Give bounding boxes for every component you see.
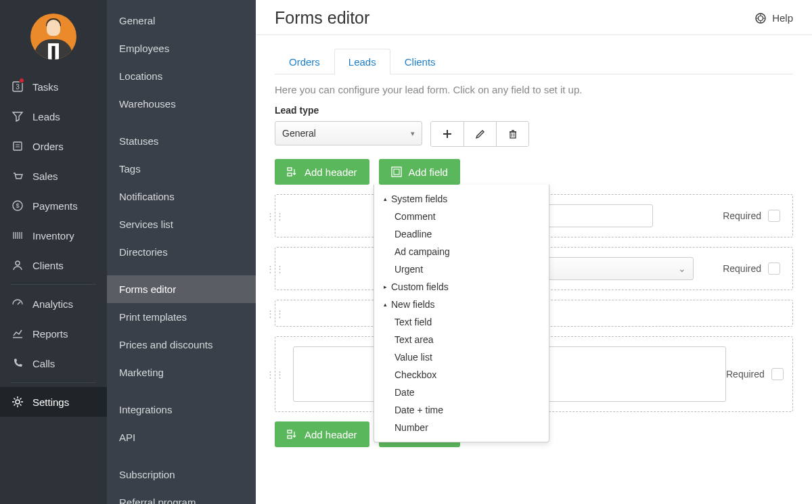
dd-item-text-area[interactable]: Text area — [374, 331, 549, 348]
nav2-item-general[interactable]: General — [107, 7, 256, 35]
dd-item-checkbox[interactable]: Checkbox — [374, 366, 549, 384]
nav2-item-integrations[interactable]: Integrations — [107, 396, 256, 423]
tabs: Orders Leads Clients — [275, 49, 793, 74]
nav-item-orders[interactable]: Orders — [0, 131, 107, 161]
lead-type-select[interactable]: General ▾ — [275, 121, 422, 145]
dd-item-urgent[interactable]: Urgent — [374, 260, 549, 278]
drag-handle-icon[interactable]: ⋮⋮ — [266, 369, 285, 380]
svg-text:3: 3 — [16, 83, 20, 91]
nav-label: Analytics — [32, 298, 73, 310]
add-header-button[interactable]: Add header — [275, 159, 369, 185]
lead-type-label: Lead type — [275, 105, 793, 116]
svg-rect-29 — [288, 168, 292, 170]
nav-label: Sales — [32, 170, 58, 182]
svg-rect-2 — [14, 142, 22, 150]
nav-label: Reports — [32, 328, 68, 340]
nav2-item-marketing[interactable]: Marketing — [107, 359, 256, 386]
nav2-item-services-list[interactable]: Services list — [107, 210, 256, 238]
add-header-button-bottom[interactable]: Add header — [275, 421, 369, 447]
triangle-down-icon: ▴ — [384, 196, 387, 202]
payments-icon: $ — [11, 200, 24, 212]
nav-item-tasks[interactable]: 3 Tasks — [0, 72, 107, 101]
settings-icon — [11, 396, 24, 408]
nav-item-leads[interactable]: Leads — [0, 101, 107, 131]
analytics-icon — [11, 298, 24, 310]
nav-item-clients[interactable]: Clients — [0, 250, 107, 280]
nav2-item-warehouses[interactable]: Warehouses — [107, 90, 256, 118]
nav-item-settings[interactable]: Settings — [0, 387, 107, 417]
svg-point-15 — [16, 400, 20, 404]
dd-item-comment[interactable]: Comment — [374, 208, 549, 225]
dd-item-ad-campaing[interactable]: Ad campaing — [374, 243, 549, 260]
required-checkbox[interactable] — [768, 210, 780, 222]
add-field-icon — [391, 166, 402, 177]
add-header-icon — [287, 166, 298, 177]
nav2-item-locations[interactable]: Locations — [107, 62, 256, 90]
delete-lead-type-button[interactable] — [496, 122, 528, 146]
add-lead-type-button[interactable] — [431, 122, 464, 146]
nav2-item-subscription[interactable]: Subscription — [107, 461, 256, 488]
nav2-item-employees[interactable]: Employees — [107, 35, 256, 62]
dd-item-deadline[interactable]: Deadline — [374, 225, 549, 243]
dd-item-value-list[interactable]: Value list — [374, 348, 549, 366]
nav2-item-forms-editor[interactable]: Forms editor — [107, 275, 256, 303]
svg-rect-33 — [394, 169, 399, 175]
nav2-item-print-templates[interactable]: Print templates — [107, 303, 256, 331]
help-label: Help — [772, 12, 793, 24]
tab-leads[interactable]: Leads — [334, 49, 390, 74]
nav-item-calls[interactable]: Calls — [0, 348, 107, 378]
required-label: Required — [726, 369, 765, 380]
nav-label: Calls — [32, 358, 55, 369]
leads-icon — [11, 110, 24, 122]
required-checkbox[interactable] — [768, 262, 780, 275]
nav-label: Payments — [32, 200, 78, 212]
nav2-item-referral-program[interactable]: Referral program — [107, 488, 256, 504]
nav-item-reports[interactable]: Reports — [0, 319, 107, 348]
avatar[interactable] — [30, 14, 76, 60]
svg-point-17 — [759, 16, 763, 20]
nav-label: Orders — [32, 141, 64, 152]
badge-dot — [19, 78, 24, 83]
svg-point-12 — [16, 261, 20, 265]
drag-handle-icon[interactable]: ⋮⋮ — [266, 308, 285, 319]
required-checkbox[interactable] — [771, 368, 784, 380]
tab-clients[interactable]: Clients — [390, 49, 450, 74]
sales-icon — [11, 170, 24, 182]
add-field-button[interactable]: Add field — [379, 159, 460, 185]
triangle-down-icon: ▴ — [384, 301, 387, 308]
svg-rect-35 — [288, 436, 292, 438]
chevron-down-icon: ⌄ — [678, 263, 686, 274]
dd-item-number[interactable]: Number — [374, 419, 549, 436]
lead-type-actions — [430, 121, 529, 147]
nav-label: Tasks — [32, 81, 58, 93]
nav-item-inventory[interactable]: Inventory — [0, 221, 107, 250]
dd-item-date-time[interactable]: Date + time — [374, 401, 549, 419]
nav-label: Settings — [32, 396, 69, 408]
page-title: Forms editor — [275, 8, 369, 28]
nav2-item-api[interactable]: API — [107, 423, 256, 451]
avatar-wrap — [0, 8, 107, 72]
dd-group-new-fields[interactable]: ▴New fields — [374, 296, 549, 313]
nav-item-sales[interactable]: Sales — [0, 161, 107, 191]
dd-item-text-field[interactable]: Text field — [374, 313, 549, 331]
nav2-item-notifications[interactable]: Notifications — [107, 183, 256, 210]
dd-group-system-fields[interactable]: ▴System fields — [374, 190, 549, 208]
nav-item-analytics[interactable]: Analytics — [0, 289, 107, 319]
nav2-item-statuses[interactable]: Statuses — [107, 127, 256, 155]
chevron-down-icon: ▾ — [411, 129, 415, 138]
tab-orders[interactable]: Orders — [275, 49, 334, 74]
nav2-item-tags[interactable]: Tags — [107, 155, 256, 183]
nav2-item-prices-and-discounts[interactable]: Prices and discounts — [107, 331, 256, 359]
required-label: Required — [723, 263, 761, 274]
svg-line-13 — [18, 302, 20, 304]
nav-item-payments[interactable]: $ Payments — [0, 191, 107, 221]
svg-rect-24 — [510, 132, 516, 138]
header: Forms editor Help — [256, 0, 812, 35]
edit-lead-type-button[interactable] — [464, 122, 496, 146]
drag-handle-icon[interactable]: ⋮⋮ — [266, 264, 285, 274]
dd-group-custom-fields[interactable]: ▸Custom fields — [374, 278, 549, 296]
dd-item-date[interactable]: Date — [374, 384, 549, 401]
nav2-item-directories[interactable]: Directories — [107, 238, 256, 266]
drag-handle-icon[interactable]: ⋮⋮ — [266, 211, 285, 221]
help-link[interactable]: Help — [754, 12, 793, 24]
